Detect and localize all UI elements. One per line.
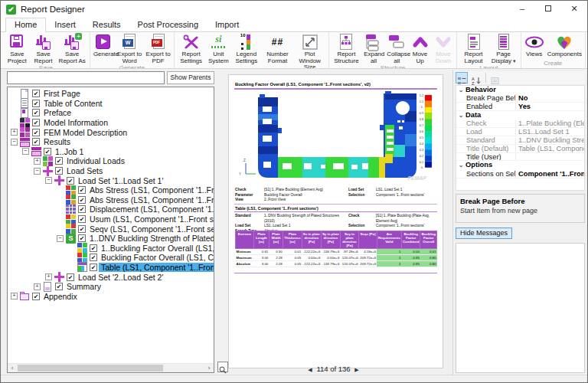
tree-item-checkbox[interactable]: ✔ xyxy=(44,148,51,155)
tree-search-input[interactable] xyxy=(7,71,165,84)
tab-import[interactable]: Import xyxy=(207,18,247,31)
components-button[interactable]: Components xyxy=(546,33,583,58)
minimize-button[interactable]: – xyxy=(509,1,535,18)
legend-settings-button[interactable]: 10Legend Settings xyxy=(230,33,262,64)
expand-all-button[interactable]: Expand all xyxy=(362,33,385,64)
collapse-icon[interactable]: − xyxy=(22,148,29,155)
scroll-right-icon[interactable]: › xyxy=(204,364,214,372)
number-format-button[interactable]: ##Number Format xyxy=(262,33,292,64)
alphabetical-sort-icon[interactable]: AZ xyxy=(469,72,482,83)
tree-item-checkbox[interactable]: ✔ xyxy=(32,138,40,146)
categorized-icon[interactable] xyxy=(456,72,468,83)
tree-item-checkbox[interactable]: ✔ xyxy=(90,244,97,252)
tree-item-seqv-ls1-component-1-front-sections-v1-t[interactable]: ✔Seqv (LS1, Component '1..Front sections… xyxy=(8,224,214,234)
expand-icon[interactable]: + xyxy=(45,273,52,280)
tree-item-results[interactable]: −✔Results xyxy=(8,137,214,147)
tree-item-abs-stress-ls1-component-1-front-section[interactable]: ✔Abs Stress (LS1, Component '1..Front se… xyxy=(8,185,214,195)
ribbon-group-create: ViewsComponentsCreate xyxy=(521,32,586,68)
tree-item-checkbox[interactable]: ✔ xyxy=(32,100,40,107)
tab-results[interactable]: Results xyxy=(84,18,129,31)
expand-icon[interactable]: + xyxy=(34,283,41,290)
report-layout-button[interactable]: Report Layout xyxy=(459,33,488,64)
tree-item-preface[interactable]: ✔Preface xyxy=(8,108,214,118)
collapse-all-button[interactable]: Collapse all xyxy=(385,33,408,64)
views-button[interactable]: Views xyxy=(523,33,546,58)
maximize-button[interactable] xyxy=(535,1,561,18)
tab-post-processing[interactable]: Post Processing xyxy=(129,18,207,31)
generate-button[interactable]: Generate xyxy=(92,33,115,58)
collapse-icon[interactable]: − xyxy=(34,168,41,175)
export-to-word-button[interactable]: WExport to Word xyxy=(115,33,144,64)
tab-insert[interactable]: Insert xyxy=(46,18,84,31)
tree-item-model-information[interactable]: ✔Model Information xyxy=(8,118,214,128)
scroll-left-icon[interactable]: ‹ xyxy=(8,364,17,372)
collapse-icon[interactable]: − xyxy=(57,235,64,242)
property-category-behavior[interactable]: ⌄Behavior xyxy=(456,86,584,94)
tree-item-checkbox[interactable]: ✔ xyxy=(55,167,63,175)
unit-system-button[interactable]: siUnit System xyxy=(206,33,230,64)
tree-item-usum-ls1-component-1-front-sections-v1[interactable]: ✔Usum (LS1, Component '1..Front sections… xyxy=(8,214,214,224)
collapse-icon[interactable]: − xyxy=(45,177,52,184)
tree-item-appendix[interactable]: +✔Appendix xyxy=(8,291,214,301)
move-up-button[interactable]: Move Up xyxy=(409,33,432,64)
property-row-enabled[interactable]: EnabledYes xyxy=(456,103,584,111)
property-category-data[interactable]: ⌄Data xyxy=(456,111,584,119)
tree-item-fem-model-description[interactable]: +✔FEM Model Description xyxy=(8,127,214,137)
tree-item-checkbox[interactable]: ✔ xyxy=(78,205,86,213)
tree-item-buckling-factor-overall-ls1-component-1-[interactable]: ✔Buckling Factor Overall (LS1, Component… xyxy=(8,253,214,263)
save-report-as-button[interactable]: +Save Report As xyxy=(56,33,87,64)
tree-item-checkbox[interactable]: ✔ xyxy=(78,234,86,242)
save-report-button[interactable]: Save Report xyxy=(31,33,57,64)
close-button[interactable]: ✕ xyxy=(561,1,587,18)
tree-item-individual-loads[interactable]: +✔Individual Loads xyxy=(8,156,214,166)
export-to-pdf-button[interactable]: PDFExport to PDF xyxy=(144,33,172,64)
prev-page-icon[interactable]: ◀ xyxy=(305,367,314,372)
plot-window-size-button[interactable]: Plot Window Size xyxy=(293,33,327,69)
tree-item-checkbox[interactable]: ✔ xyxy=(78,196,86,204)
property-row-break-page-before[interactable]: Break Page BeforeNo xyxy=(456,94,584,103)
tree-item-1-job-1[interactable]: −✔1..Job 1 xyxy=(8,147,214,157)
tree-item-checkbox[interactable]: ✔ xyxy=(32,119,40,126)
next-page-icon[interactable]: ▶ xyxy=(352,367,361,372)
property-category-options[interactable]: ⌄Options xyxy=(456,161,584,169)
tree-item-checkbox[interactable]: ✔ xyxy=(67,273,74,281)
tree-item-abs-stress-ls1-component-1-front-section[interactable]: ✔Abs Stress (LS1, Component '1..Front se… xyxy=(8,195,214,205)
tree-item-checkbox[interactable]: ✔ xyxy=(67,177,74,185)
page-display-button[interactable]: Page Display ▾ xyxy=(488,33,519,64)
tab-home[interactable]: Home xyxy=(5,18,46,32)
collapse-icon[interactable]: − xyxy=(11,139,18,146)
tree-item-1-buckling-factor-overall-ls1-component-[interactable]: ✔1..Buckling Factor Overall (LS1, Compon… xyxy=(8,244,214,254)
tree-item-load-set-2-load-set-2[interactable]: +✔Load Set '2..Load Set 2' xyxy=(8,272,214,282)
tree-item-checkbox[interactable]: ✔ xyxy=(78,215,86,223)
tree-item-load-sets[interactable]: −✔Load Sets xyxy=(8,166,214,176)
tree-item-displacement-ls1-component-1-front-secti[interactable]: ✔Displacement (LS1, Component '1..Front … xyxy=(8,205,214,214)
tree-item-checkbox[interactable]: ✔ xyxy=(78,186,86,194)
tree-item-summary[interactable]: +✔Summary xyxy=(8,282,214,292)
tree-item-checkbox[interactable]: ✔ xyxy=(32,293,40,300)
save-project-button[interactable]: Save Project xyxy=(4,33,31,64)
tree-item-checkbox[interactable]: ✔ xyxy=(32,90,40,97)
tree-item-checkbox[interactable]: ✔ xyxy=(55,157,63,165)
tree-item-table-ls1-component-1-front-sections[interactable]: ✔Table (LS1, Component '1..Front section… xyxy=(8,263,214,273)
tree-item-checkbox[interactable]: ✔ xyxy=(78,225,86,233)
tree-item-checkbox[interactable]: ✔ xyxy=(90,264,97,271)
tree-item-table-of-content[interactable]: ✔Table of Content xyxy=(8,99,214,109)
tree-item-checkbox[interactable]: ✔ xyxy=(32,129,40,136)
expand-icon[interactable]: + xyxy=(11,293,18,300)
report-structure-button[interactable]: Report Structure xyxy=(331,33,362,64)
property-row-title-user[interactable]: Title (User) xyxy=(456,153,584,162)
tree-horizontal-scrollbar[interactable]: ‹ › xyxy=(8,363,214,372)
report-settings-button[interactable]: Report Settings xyxy=(176,33,207,64)
tree-item-first-page[interactable]: ✔First Page xyxy=(8,89,214,99)
tree-item-checkbox[interactable]: ✔ xyxy=(55,283,63,290)
tree-item-checkbox[interactable]: ✔ xyxy=(90,254,97,261)
hide-messages-button[interactable]: Hide Messages xyxy=(456,228,512,239)
show-parents-button[interactable]: Show Parents xyxy=(167,71,214,84)
expand-icon[interactable]: + xyxy=(34,158,41,165)
scroll-thumb[interactable] xyxy=(18,365,163,372)
tree-item-checkbox[interactable]: ✔ xyxy=(32,109,40,116)
tree-item-1-dnv-buckling-strength-of-plated-struct[interactable]: −S✔1..DNV Buckling Strength of Plated St… xyxy=(8,234,214,244)
tree-item-load-set-1-load-set-1[interactable]: −✔Load Set '1..Load Set 1' xyxy=(8,175,214,185)
property-row-sections-on-selecti[interactable]: Sections on SelectiComponent '1..Front s… xyxy=(456,170,584,178)
expand-icon[interactable]: + xyxy=(11,129,18,136)
